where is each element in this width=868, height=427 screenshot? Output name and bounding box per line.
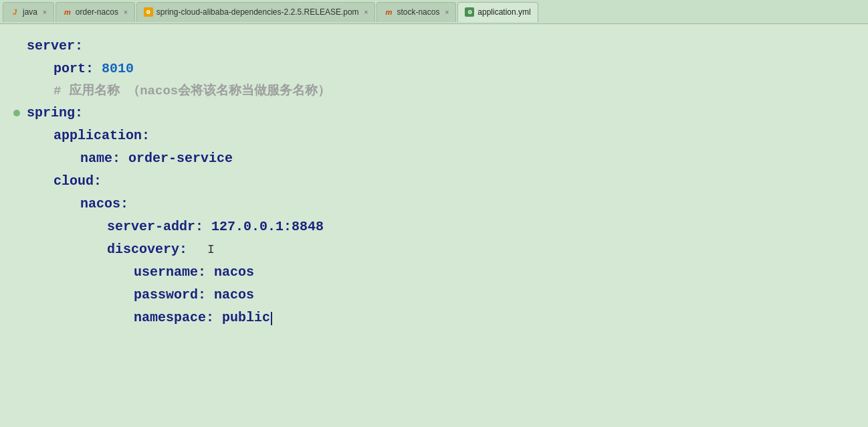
tab-java[interactable]: J java × [3,2,54,22]
text-cursor [271,312,272,325]
tab-label: stock-nacos [397,7,439,17]
code-line-comment: # 应用名称 （nacos会将该名称当做服务名称） [13,80,855,102]
tab-label: application.yml [477,7,530,17]
close-icon[interactable]: × [364,9,368,16]
m-icon: m [63,7,72,17]
tab-application-yml[interactable]: ⚙ application.yml [457,2,538,22]
tab-order-nacos[interactable]: m order-nacos × [56,2,135,22]
code-line-namespace: namespace: public [13,307,855,329]
code-line-nacos: nacos: [13,193,855,216]
code-line-cloud: cloud: [13,170,855,193]
editor-area[interactable]: server: port: 8010 # 应用名称 （nacos会将该名称当做服… [0,24,868,427]
java-icon: J [10,7,19,17]
code-line-discovery: discovery:I [13,238,855,261]
m-icon: m [384,7,393,17]
code-line-spring: spring: [13,102,855,124]
close-icon[interactable]: × [124,9,128,16]
tab-label: java [23,7,37,17]
close-icon[interactable]: × [43,9,47,16]
code-line-server: server: [13,35,855,58]
gutter-dot [13,110,20,116]
code-line-name: name: order-service [13,147,855,170]
tab-bar: J java × m order-nacos × ⚙ spring-cloud-… [0,0,868,24]
code-line-server-addr: server-addr: 127.0.0.1:8848 [13,216,855,238]
code-line-port: port: 8010 [13,58,855,80]
code-line-application: application: [13,124,855,147]
tab-label: spring-cloud-alibaba-dependencies-2.2.5.… [156,7,359,17]
close-icon[interactable]: × [445,9,449,16]
tab-pom[interactable]: ⚙ spring-cloud-alibaba-dependencies-2.2.… [136,2,376,22]
yml-icon: ⚙ [465,7,474,17]
pom-icon: ⚙ [144,7,153,17]
tab-stock-nacos[interactable]: m stock-nacos × [376,2,456,22]
tab-label: order-nacos [76,7,118,17]
code-line-username: username: nacos [13,261,855,284]
code-line-password: password: nacos [13,284,855,307]
